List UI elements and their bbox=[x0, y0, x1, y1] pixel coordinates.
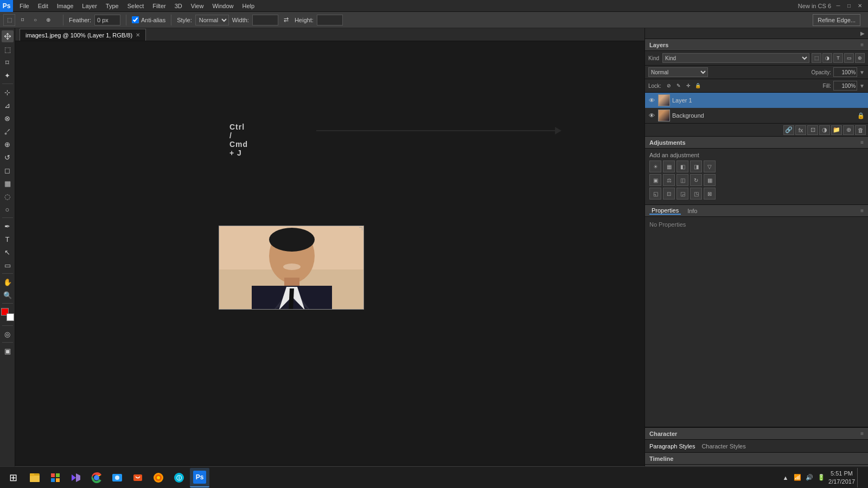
layers-menu-icon[interactable]: ≡ bbox=[860, 42, 864, 48]
pen-tool[interactable]: ✒ bbox=[2, 220, 14, 232]
colorbalance-adj-icon[interactable]: ⚖ bbox=[663, 174, 675, 186]
photofilter-adj-icon[interactable]: ↻ bbox=[690, 174, 702, 186]
blackwhite-adj-icon[interactable]: ◫ bbox=[676, 174, 688, 186]
taskbar-store[interactable] bbox=[46, 468, 65, 487]
dodge-tool[interactable]: ○ bbox=[2, 203, 14, 215]
link-layers-button[interactable]: 🔗 bbox=[783, 125, 794, 135]
new-adjustment-button[interactable]: ◑ bbox=[819, 125, 830, 135]
menu-window[interactable]: Window bbox=[208, 0, 238, 12]
opacity-input[interactable] bbox=[833, 67, 857, 77]
threshold-adj-icon[interactable]: ◲ bbox=[676, 188, 688, 200]
background-visibility-icon[interactable]: 👁 bbox=[647, 111, 656, 120]
clone-stamp-tool[interactable]: ⊕ bbox=[2, 138, 14, 150]
channelmix-adj-icon[interactable]: ▦ bbox=[704, 174, 716, 186]
curves-adj-icon[interactable]: ◧ bbox=[676, 160, 688, 172]
taskbar-item6[interactable] bbox=[128, 468, 148, 487]
fill-arrow[interactable]: ▼ bbox=[859, 83, 865, 89]
tab-close-icon[interactable]: ✕ bbox=[136, 32, 140, 38]
character-styles-tab[interactable]: Character Styles bbox=[701, 443, 745, 450]
shape-filter-icon[interactable]: ▭ bbox=[844, 53, 854, 63]
start-button[interactable]: ⊞ bbox=[2, 468, 24, 487]
taskbar-explorer[interactable] bbox=[25, 468, 44, 487]
quick-mask-tool[interactable]: ◎ bbox=[2, 328, 14, 340]
brightness-adj-icon[interactable]: ☀ bbox=[649, 160, 661, 172]
active-tab[interactable]: images1.jpeg @ 100% (Layer 1, RGB/8) ✕ bbox=[20, 29, 146, 41]
close-button[interactable]: ✕ bbox=[856, 2, 864, 10]
type-filter-icon[interactable]: T bbox=[833, 53, 843, 63]
layer1-visibility-icon[interactable]: 👁 bbox=[647, 96, 656, 105]
lock-paint-icon[interactable]: ✎ bbox=[674, 81, 683, 90]
adjust-filter-icon[interactable]: ◑ bbox=[822, 53, 832, 63]
new-layer-button[interactable]: ⊕ bbox=[843, 125, 854, 135]
hand-tool[interactable]: ✋ bbox=[2, 276, 14, 288]
systray-volume[interactable]: 🔊 bbox=[805, 468, 814, 487]
width-input[interactable] bbox=[252, 15, 278, 25]
lock-transparent-icon[interactable]: ⊘ bbox=[665, 81, 673, 90]
history-brush-tool[interactable]: ↺ bbox=[2, 151, 14, 163]
systray-battery[interactable]: 🔋 bbox=[816, 468, 826, 487]
taskbar-vs[interactable] bbox=[66, 468, 86, 487]
fill-input[interactable] bbox=[833, 81, 857, 91]
properties-menu-icon[interactable]: ≡ bbox=[860, 208, 864, 214]
color-swatches[interactable] bbox=[1, 308, 14, 321]
maximize-button[interactable]: □ bbox=[845, 2, 853, 10]
menu-file[interactable]: File bbox=[15, 0, 34, 12]
gradient-tool[interactable]: ▦ bbox=[2, 177, 14, 189]
taskbar-firefox[interactable] bbox=[149, 468, 168, 487]
add-mask-button[interactable]: ⊡ bbox=[807, 125, 818, 135]
eyedropper-tool[interactable]: ⊿ bbox=[2, 99, 14, 111]
type-tool[interactable]: T bbox=[2, 233, 14, 245]
height-input[interactable] bbox=[317, 15, 343, 25]
rect-select-icon[interactable]: ⬚ bbox=[3, 14, 15, 26]
layer-row-background[interactable]: 👁 Background 🔒 bbox=[645, 108, 868, 123]
menu-layer[interactable]: Layer bbox=[78, 0, 101, 12]
adjustments-menu-icon[interactable]: ≡ bbox=[860, 139, 864, 145]
systray-arrow[interactable]: ▲ bbox=[781, 468, 790, 487]
character-menu-icon[interactable]: ≡ bbox=[860, 431, 864, 436]
screen-mode-tool[interactable]: ▣ bbox=[2, 345, 14, 357]
rect-marquee-tool[interactable]: ⬚ bbox=[2, 43, 14, 55]
layer-row-layer1[interactable]: 👁 Layer 1 bbox=[645, 93, 868, 108]
show-desktop-button[interactable] bbox=[857, 468, 861, 487]
crop-tool[interactable]: ⊹ bbox=[2, 86, 14, 98]
swap-dimensions-icon[interactable]: ⇄ bbox=[282, 15, 291, 25]
smart-filter-icon[interactable]: ⊛ bbox=[855, 53, 865, 63]
taskbar-chrome[interactable] bbox=[87, 468, 106, 487]
lasso-tool[interactable]: ⌑ bbox=[2, 56, 14, 68]
shape-tool[interactable]: ▭ bbox=[2, 259, 14, 271]
canvas-container[interactable]: Ctrl / Cmd + J bbox=[15, 41, 644, 465]
magic-wand-tool[interactable]: ✦ bbox=[2, 69, 14, 81]
opacity-arrow[interactable]: ▼ bbox=[859, 69, 865, 75]
invert-adj-icon[interactable]: ◱ bbox=[649, 188, 661, 200]
systray-network[interactable]: 📶 bbox=[793, 468, 802, 487]
delete-layer-button[interactable]: 🗑 bbox=[855, 125, 866, 135]
options-icon[interactable]: ⊕ bbox=[42, 14, 54, 26]
eraser-tool[interactable]: ◻ bbox=[2, 164, 14, 176]
lock-position-icon[interactable]: ✛ bbox=[684, 81, 693, 90]
clock[interactable]: 5:51 PM 2/17/2017 bbox=[828, 470, 855, 485]
blend-mode-select[interactable]: Normal bbox=[648, 67, 708, 77]
kind-dropdown[interactable]: Kind bbox=[662, 53, 809, 63]
hsl-adj-icon[interactable]: ▣ bbox=[649, 174, 661, 186]
menu-image[interactable]: Image bbox=[53, 0, 78, 12]
selectivecolor-adj-icon[interactable]: ◳ bbox=[690, 188, 702, 200]
menu-edit[interactable]: Edit bbox=[34, 0, 53, 12]
levels-adj-icon[interactable]: ▦ bbox=[663, 160, 675, 172]
taskbar-photoshop[interactable]: Ps bbox=[190, 468, 209, 487]
zoom-tool[interactable]: 🔍 bbox=[2, 289, 14, 301]
pixel-filter-icon[interactable]: ⬚ bbox=[812, 53, 821, 63]
posterize-adj-icon[interactable]: ⊡ bbox=[663, 188, 675, 200]
background-color[interactable] bbox=[7, 313, 14, 321]
brush-tool[interactable] bbox=[2, 125, 14, 137]
exposure-adj-icon[interactable]: ◨ bbox=[690, 160, 702, 172]
add-style-button[interactable]: fx bbox=[795, 125, 806, 135]
vibrance-adj-icon[interactable]: ▽ bbox=[704, 160, 716, 172]
refine-edge-button[interactable]: Refine Edge... bbox=[813, 14, 860, 26]
spot-heal-tool[interactable]: ⊗ bbox=[2, 112, 14, 124]
move-tool[interactable] bbox=[2, 30, 14, 42]
menu-view[interactable]: View bbox=[187, 0, 208, 12]
path-select-tool[interactable]: ↖ bbox=[2, 246, 14, 258]
anti-alias-checkbox[interactable] bbox=[132, 16, 139, 23]
menu-help[interactable]: Help bbox=[238, 0, 259, 12]
menu-type[interactable]: Type bbox=[101, 0, 123, 12]
